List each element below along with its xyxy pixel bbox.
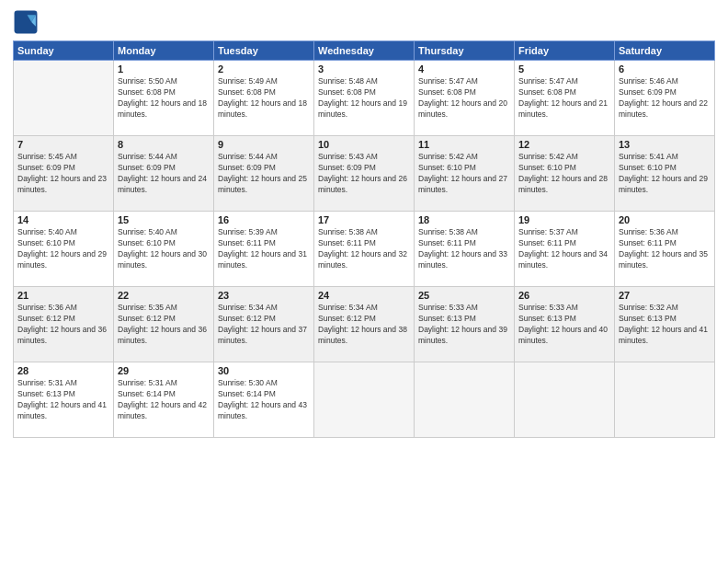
day-info: Sunrise: 5:42 AMSunset: 6:10 PMDaylight:…: [518, 152, 610, 196]
day-info: Sunrise: 5:31 AMSunset: 6:13 PMDaylight:…: [17, 378, 109, 422]
day-number: 21: [17, 290, 109, 301]
calendar-cell: 17Sunrise: 5:38 AMSunset: 6:11 PMDayligh…: [314, 212, 415, 287]
calendar-cell: 19Sunrise: 5:37 AMSunset: 6:11 PMDayligh…: [515, 212, 615, 287]
header: [13, 9, 715, 35]
weekday-header-friday: Friday: [515, 41, 615, 61]
calendar-cell: 20Sunrise: 5:36 AMSunset: 6:11 PMDayligh…: [615, 212, 715, 287]
calendar-cell: 15Sunrise: 5:40 AMSunset: 6:10 PMDayligh…: [114, 212, 214, 287]
day-info: Sunrise: 5:30 AMSunset: 6:14 PMDaylight:…: [218, 378, 310, 422]
day-number: 12: [518, 139, 610, 150]
day-number: 22: [118, 290, 210, 301]
day-info: Sunrise: 5:48 AMSunset: 6:08 PMDaylight:…: [318, 76, 410, 121]
day-number: 6: [619, 63, 711, 75]
day-number: 4: [418, 63, 510, 75]
calendar-cell: 28Sunrise: 5:31 AMSunset: 6:13 PMDayligh…: [14, 362, 114, 438]
day-info: Sunrise: 5:50 AMSunset: 6:08 PMDaylight:…: [118, 76, 210, 121]
calendar-week-row: 14Sunrise: 5:40 AMSunset: 6:10 PMDayligh…: [14, 212, 715, 287]
day-info: Sunrise: 5:36 AMSunset: 6:11 PMDaylight:…: [619, 227, 711, 271]
logo: [13, 9, 42, 35]
day-number: 10: [318, 139, 410, 150]
day-number: 5: [518, 63, 610, 75]
day-info: Sunrise: 5:33 AMSunset: 6:13 PMDaylight:…: [518, 303, 610, 347]
day-info: Sunrise: 5:47 AMSunset: 6:08 PMDaylight:…: [418, 76, 510, 121]
calendar-cell: 27Sunrise: 5:32 AMSunset: 6:13 PMDayligh…: [615, 287, 715, 362]
calendar-cell: 21Sunrise: 5:36 AMSunset: 6:12 PMDayligh…: [14, 287, 114, 362]
day-info: Sunrise: 5:42 AMSunset: 6:10 PMDaylight:…: [418, 152, 510, 196]
weekday-header-sunday: Sunday: [14, 41, 114, 61]
day-info: Sunrise: 5:33 AMSunset: 6:13 PMDaylight:…: [418, 303, 510, 347]
day-info: Sunrise: 5:32 AMSunset: 6:13 PMDaylight:…: [619, 303, 711, 347]
day-info: Sunrise: 5:44 AMSunset: 6:09 PMDaylight:…: [218, 152, 310, 196]
day-number: 9: [218, 139, 310, 150]
day-number: 29: [118, 365, 210, 376]
calendar-cell: 23Sunrise: 5:34 AMSunset: 6:12 PMDayligh…: [214, 287, 314, 362]
day-number: 20: [619, 214, 711, 225]
calendar-table: SundayMondayTuesdayWednesdayThursdayFrid…: [13, 40, 715, 438]
day-info: Sunrise: 5:34 AMSunset: 6:12 PMDaylight:…: [218, 303, 310, 347]
day-number: 8: [118, 139, 210, 150]
day-info: Sunrise: 5:45 AMSunset: 6:09 PMDaylight:…: [17, 152, 109, 196]
calendar-cell: 24Sunrise: 5:34 AMSunset: 6:12 PMDayligh…: [314, 287, 415, 362]
calendar-week-row: 21Sunrise: 5:36 AMSunset: 6:12 PMDayligh…: [14, 287, 715, 362]
weekday-header-wednesday: Wednesday: [314, 41, 415, 61]
calendar-cell: 5Sunrise: 5:47 AMSunset: 6:08 PMDaylight…: [515, 61, 615, 136]
day-number: 3: [318, 63, 410, 75]
day-number: 24: [318, 290, 410, 301]
day-info: Sunrise: 5:38 AMSunset: 6:11 PMDaylight:…: [318, 227, 410, 271]
day-number: 18: [418, 214, 510, 225]
calendar-week-row: 28Sunrise: 5:31 AMSunset: 6:13 PMDayligh…: [14, 362, 715, 438]
day-number: 16: [218, 214, 310, 225]
day-info: Sunrise: 5:40 AMSunset: 6:10 PMDaylight:…: [118, 227, 210, 271]
day-number: 13: [619, 139, 711, 150]
calendar-cell: 30Sunrise: 5:30 AMSunset: 6:14 PMDayligh…: [214, 362, 314, 438]
day-number: 26: [518, 290, 610, 301]
day-number: 14: [17, 214, 109, 225]
weekday-header-monday: Monday: [114, 41, 214, 61]
calendar-cell: 8Sunrise: 5:44 AMSunset: 6:09 PMDaylight…: [114, 136, 214, 212]
calendar-cell: [14, 61, 114, 136]
day-number: 25: [418, 290, 510, 301]
calendar-cell: 9Sunrise: 5:44 AMSunset: 6:09 PMDaylight…: [214, 136, 314, 212]
day-number: 23: [218, 290, 310, 301]
calendar-cell: 26Sunrise: 5:33 AMSunset: 6:13 PMDayligh…: [515, 287, 615, 362]
calendar-cell: [615, 362, 715, 438]
day-info: Sunrise: 5:40 AMSunset: 6:10 PMDaylight:…: [17, 227, 109, 271]
weekday-header-row: SundayMondayTuesdayWednesdayThursdayFrid…: [14, 41, 715, 61]
day-info: Sunrise: 5:47 AMSunset: 6:08 PMDaylight:…: [518, 76, 610, 121]
calendar-cell: 25Sunrise: 5:33 AMSunset: 6:13 PMDayligh…: [415, 287, 515, 362]
day-number: 2: [218, 63, 310, 75]
calendar-cell: 14Sunrise: 5:40 AMSunset: 6:10 PMDayligh…: [14, 212, 114, 287]
day-number: 1: [118, 63, 210, 75]
day-number: 11: [418, 139, 510, 150]
weekday-header-tuesday: Tuesday: [214, 41, 314, 61]
day-info: Sunrise: 5:38 AMSunset: 6:11 PMDaylight:…: [418, 227, 510, 271]
page: SundayMondayTuesdayWednesdayThursdayFrid…: [0, 0, 728, 563]
calendar-cell: [314, 362, 415, 438]
day-info: Sunrise: 5:31 AMSunset: 6:14 PMDaylight:…: [118, 378, 210, 422]
day-number: 19: [518, 214, 610, 225]
calendar-cell: 18Sunrise: 5:38 AMSunset: 6:11 PMDayligh…: [415, 212, 515, 287]
calendar-cell: 22Sunrise: 5:35 AMSunset: 6:12 PMDayligh…: [114, 287, 214, 362]
calendar-cell: 7Sunrise: 5:45 AMSunset: 6:09 PMDaylight…: [14, 136, 114, 212]
day-info: Sunrise: 5:37 AMSunset: 6:11 PMDaylight:…: [518, 227, 610, 271]
day-number: 27: [619, 290, 711, 301]
day-info: Sunrise: 5:43 AMSunset: 6:09 PMDaylight:…: [318, 152, 410, 196]
calendar-cell: 29Sunrise: 5:31 AMSunset: 6:14 PMDayligh…: [114, 362, 214, 438]
day-number: 17: [318, 214, 410, 225]
day-info: Sunrise: 5:39 AMSunset: 6:11 PMDaylight:…: [218, 227, 310, 271]
logo-icon: [13, 9, 39, 35]
calendar-cell: 10Sunrise: 5:43 AMSunset: 6:09 PMDayligh…: [314, 136, 415, 212]
day-info: Sunrise: 5:36 AMSunset: 6:12 PMDaylight:…: [17, 303, 109, 347]
day-info: Sunrise: 5:49 AMSunset: 6:08 PMDaylight:…: [218, 76, 310, 121]
calendar-cell: 1Sunrise: 5:50 AMSunset: 6:08 PMDaylight…: [114, 61, 214, 136]
calendar-cell: 16Sunrise: 5:39 AMSunset: 6:11 PMDayligh…: [214, 212, 314, 287]
calendar-cell: [415, 362, 515, 438]
day-number: 30: [218, 365, 310, 376]
calendar-cell: [515, 362, 615, 438]
day-number: 28: [17, 365, 109, 376]
calendar-cell: 4Sunrise: 5:47 AMSunset: 6:08 PMDaylight…: [415, 61, 515, 136]
day-info: Sunrise: 5:46 AMSunset: 6:09 PMDaylight:…: [619, 76, 711, 121]
day-info: Sunrise: 5:34 AMSunset: 6:12 PMDaylight:…: [318, 303, 410, 347]
day-info: Sunrise: 5:41 AMSunset: 6:10 PMDaylight:…: [619, 152, 711, 196]
day-number: 7: [17, 139, 109, 150]
